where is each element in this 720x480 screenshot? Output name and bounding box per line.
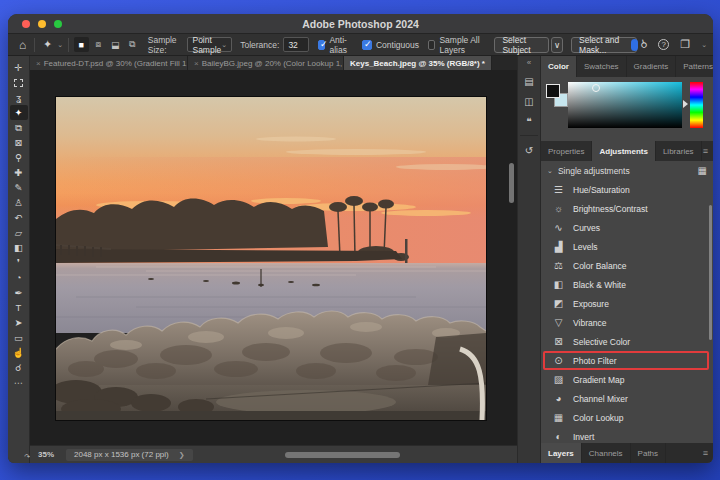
adjustment-color-balance[interactable]: ⚖ Color Balance	[541, 256, 713, 275]
chevron-right-icon[interactable]: ❯	[179, 451, 185, 459]
color-picker-ring[interactable]	[592, 84, 600, 92]
brush-tool[interactable]: ✎	[10, 180, 28, 195]
select-subject-button[interactable]: Select Subject	[494, 37, 549, 53]
tab-swatches[interactable]: Swatches	[577, 56, 627, 77]
tab-color[interactable]: Color	[541, 56, 577, 77]
eyedropper-tool[interactable]: ⚲	[10, 150, 28, 165]
version-history-icon[interactable]: ▤	[519, 72, 539, 90]
hand-tool[interactable]: ☝	[10, 345, 28, 360]
eraser-tool[interactable]: ▱	[10, 225, 28, 240]
intersect-selection-icon[interactable]: ⧉	[125, 37, 140, 52]
tab-paths[interactable]: Paths	[631, 443, 666, 463]
comments-icon[interactable]: ❝	[519, 112, 539, 130]
tab-adjustments[interactable]: Adjustments	[592, 141, 655, 161]
adjustment-label: Black & White	[573, 280, 626, 290]
blur-tool[interactable]: ❜	[10, 255, 28, 270]
tab-keys-beach[interactable]: Keys_Beach.jpeg @ 35% (RGB/8*) *	[344, 56, 492, 70]
tab-channels[interactable]: Channels	[582, 443, 631, 463]
adjustment-hue-saturation[interactable]: ☰ Hue/Saturation	[541, 180, 713, 199]
selection-mode-group: ■ ⧈ ⬓ ⧉	[74, 37, 140, 52]
rectangle-tool[interactable]: ▭	[10, 330, 28, 345]
panel-menu-icon[interactable]: ≡	[703, 448, 708, 458]
zoom-level[interactable]: 35%	[38, 450, 54, 459]
chevron-down-icon[interactable]: ⌄	[701, 41, 707, 49]
add-to-selection-icon[interactable]: ⧈	[91, 37, 106, 52]
tab-layers[interactable]: Layers	[541, 443, 582, 463]
foreground-color-swatch[interactable]	[546, 84, 560, 98]
magic-wand-icon: ✦	[40, 39, 55, 50]
zoom-tool[interactable]: ☌	[10, 360, 28, 375]
sample-size-dropdown[interactable]: Point Sample ⌄	[187, 37, 232, 52]
crop-tool[interactable]: ⧉	[10, 120, 28, 135]
rectangular-marquee-tool[interactable]	[10, 75, 28, 90]
history-brush-tool[interactable]: ↶	[10, 210, 28, 225]
adjustment-color-lookup[interactable]: ▦ Color Lookup	[541, 408, 713, 427]
frame-tool[interactable]: ⊠	[10, 135, 28, 150]
tab-gradients[interactable]: Gradients	[627, 56, 677, 77]
dodge-tool[interactable]: ◔	[10, 270, 28, 285]
edit-toolbar-button[interactable]: ⋯	[10, 375, 28, 390]
contiguous-option[interactable]: Contiguous	[362, 40, 419, 50]
path-selection-tool[interactable]: ➤	[10, 315, 28, 330]
anti-alias-option[interactable]: Anti-alias	[318, 35, 353, 55]
tolerance-input[interactable]: 32	[283, 37, 309, 52]
subtract-from-selection-icon[interactable]: ⬓	[108, 37, 123, 52]
tab-libraries[interactable]: Libraries	[656, 141, 702, 161]
canvas-horizontal-scrollbar[interactable]	[285, 452, 400, 458]
search-icon[interactable]: ☌	[635, 36, 652, 53]
new-selection-icon[interactable]: ■	[74, 37, 89, 52]
object-selection-tool[interactable]: ✦	[10, 105, 28, 120]
close-icon[interactable]: ×	[36, 59, 41, 68]
tab-patterns[interactable]: Patterns	[676, 56, 713, 77]
adjustments-scrollbar[interactable]	[709, 205, 712, 340]
canvas-area[interactable]	[30, 70, 517, 445]
close-icon[interactable]: ×	[194, 59, 199, 68]
adjustment-gradient-map[interactable]: ▨ Gradient Map	[541, 370, 713, 389]
gradient-tool[interactable]: ◧	[10, 240, 28, 255]
select-subject-dropdown[interactable]: ∨	[551, 37, 563, 53]
adjustment-black-white[interactable]: ◧ Black & White	[541, 275, 713, 294]
panel-menu-icon[interactable]: ≡	[703, 146, 708, 156]
expand-panels-icon[interactable]: «	[527, 58, 531, 67]
anti-alias-checkbox[interactable]	[318, 40, 325, 50]
color-field[interactable]	[568, 82, 682, 128]
tab-baileybg[interactable]: × BaileyBG.jpeg @ 20% (Color Lookup 1, L…	[188, 56, 344, 70]
pen-tool[interactable]: ✒	[10, 285, 28, 300]
adjustment-channel-mixer[interactable]: ◕ Channel Mixer	[541, 389, 713, 408]
chevron-down-icon[interactable]: ⌄	[547, 167, 553, 175]
lasso-tool[interactable]: ʓ	[10, 90, 28, 105]
contiguous-checkbox[interactable]	[362, 40, 372, 50]
current-tool-preset[interactable]: ✦ ⌄	[40, 39, 63, 50]
canvas-vertical-scrollbar[interactable]	[509, 163, 514, 203]
tab-featured-dt[interactable]: × Featured-DT.psd @ 30% (Gradient Fill 1…	[30, 56, 188, 70]
history-icon[interactable]: ↺	[519, 141, 539, 159]
color-panel	[541, 77, 713, 141]
adjustment-brightness-contrast[interactable]: ☼ Brightness/Contrast	[541, 199, 713, 218]
hue-slider-pointer[interactable]	[683, 100, 688, 108]
adjustment-curves[interactable]: ∿ Curves	[541, 218, 713, 237]
home-icon[interactable]: ⌂	[16, 39, 29, 51]
libraries-icon[interactable]: ◫	[519, 92, 539, 110]
help-icon[interactable]: ?	[658, 39, 669, 50]
clone-stamp-tool[interactable]: ♙	[10, 195, 28, 210]
healing-brush-tool[interactable]: ✚	[10, 165, 28, 180]
adjustment-levels[interactable]: ▟ Levels	[541, 237, 713, 256]
status-bar: 35% 2048 px x 1536 px (72 ppi) ❯	[30, 445, 517, 463]
adjustment-photo-filter[interactable]: ⊙ Photo Filter	[541, 351, 713, 370]
tab-properties[interactable]: Properties	[541, 141, 592, 161]
adjustment-invert[interactable]: ◐ Invert	[541, 427, 713, 443]
sample-all-layers-option[interactable]: Sample All Layers	[428, 35, 486, 55]
single-adjustments-header[interactable]: ⌄ Single adjustments ▦	[541, 161, 713, 180]
view-grid-icon[interactable]: ▦	[698, 165, 707, 176]
sample-all-layers-checkbox[interactable]	[428, 40, 436, 50]
move-tool[interactable]: ✛	[10, 60, 28, 75]
adjustment-vibrance[interactable]: ▽ Vibrance	[541, 313, 713, 332]
adjustment-exposure[interactable]: ◩ Exposure	[541, 294, 713, 313]
document-info[interactable]: 2048 px x 1536 px (72 ppi) ❯	[66, 449, 193, 461]
workspace-icon[interactable]: ❐	[677, 39, 693, 50]
type-tool[interactable]: T	[10, 300, 28, 315]
select-and-mask-button[interactable]: Select and Mask...	[571, 37, 637, 53]
adjustment-selective-color[interactable]: ⊠ Selective Color	[541, 332, 713, 351]
hue-slider[interactable]	[690, 82, 703, 128]
options-bar: ⌂ ✦ ⌄ ■ ⧈ ⬓ ⧉ Sample Size: Point Sample …	[8, 34, 713, 56]
